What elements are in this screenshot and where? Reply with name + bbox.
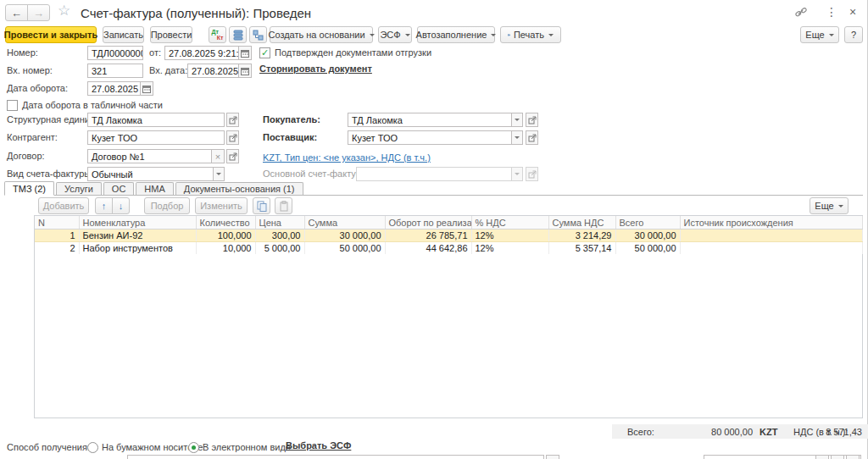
- table-row: 1 Бензин АИ-92 100,000 300,00 30 000,00 …: [35, 230, 862, 242]
- cell-amount[interactable]: 50 000,00: [304, 242, 385, 255]
- structural-unit-open-button[interactable]: [226, 113, 239, 127]
- tab-os[interactable]: ОС: [103, 182, 135, 195]
- grid-move-down-button[interactable]: ↓: [112, 197, 130, 214]
- confirmed-checkbox-label[interactable]: Подтвержден документами отгрузки: [275, 46, 431, 60]
- date-input[interactable]: 27.08.2025 9:21:21: [164, 46, 239, 60]
- save-button[interactable]: Записать: [103, 26, 144, 43]
- confirmed-checkbox[interactable]: ✓: [259, 47, 270, 58]
- close-icon[interactable]: ×: [849, 7, 856, 18]
- post-and-close-button[interactable]: Провести и закрыть: [5, 26, 97, 43]
- cell-vat-percent[interactable]: 12%: [471, 242, 548, 255]
- footer-field-button-partial[interactable]: [815, 455, 829, 459]
- back-button[interactable]: ←: [5, 4, 28, 21]
- cell-vat-percent[interactable]: 12%: [471, 230, 548, 242]
- help-button[interactable]: ?: [844, 26, 863, 43]
- form-more-button[interactable]: Еще: [800, 26, 839, 43]
- create-based-on-button[interactable]: Создать на основании: [270, 26, 373, 43]
- cell-n[interactable]: 1: [35, 230, 79, 242]
- price-settings-link[interactable]: KZT, Тип цен: <не указан>, НДС (в т.ч.): [263, 152, 431, 163]
- main-invoice-input[interactable]: [356, 167, 512, 181]
- footer-field-button2-partial[interactable]: [831, 455, 844, 459]
- tab-tmz[interactable]: ТМЗ (2): [4, 181, 54, 196]
- tab-strip: ТМЗ (2) Услуги ОС НМА Документы-основани…: [4, 181, 863, 196]
- esf-field-partial[interactable]: [127, 455, 544, 459]
- print-button[interactable]: Печать: [500, 26, 561, 43]
- cell-quantity[interactable]: 10,000: [196, 242, 255, 255]
- radio-electronic[interactable]: [188, 442, 199, 453]
- grid-pick-button[interactable]: Подбор: [144, 197, 190, 214]
- esf-field-button-partial[interactable]: [546, 455, 559, 459]
- printer-icon: [508, 30, 510, 40]
- buyer-input[interactable]: ТД Лакомка: [348, 113, 512, 127]
- radio-electronic-label[interactable]: В электронном виде: [203, 440, 291, 455]
- post-button[interactable]: Провести: [150, 26, 192, 43]
- incoming-date-calendar-button[interactable]: [238, 64, 252, 78]
- get-link-icon[interactable]: [795, 8, 807, 18]
- reverse-document-link[interactable]: Сторнировать документ: [259, 64, 372, 74]
- contract-input[interactable]: Договор №1: [87, 149, 212, 163]
- cell-nomenclature[interactable]: Бензин АИ-92: [79, 230, 196, 242]
- cell-price[interactable]: 300,00: [255, 230, 304, 242]
- cell-nomenclature[interactable]: Набор инструментов: [79, 242, 196, 255]
- accounting-entries-button[interactable]: Дт Кт: [209, 26, 226, 43]
- number-input[interactable]: ТДЛ00000001: [87, 46, 143, 60]
- turnover-date-calendar-button[interactable]: [140, 81, 153, 96]
- grid-paste-button[interactable]: [275, 197, 292, 214]
- favorite-star-icon[interactable]: ☆: [58, 5, 70, 16]
- structural-unit-input[interactable]: ТД Лакомка: [87, 113, 225, 127]
- document-structure-icon: [253, 30, 264, 41]
- cell-amount[interactable]: 30 000,00: [304, 230, 385, 242]
- main-invoice-dropdown-button[interactable]: [511, 167, 523, 181]
- invoice-kind-dropdown-button[interactable]: [213, 167, 225, 181]
- document-structure-button[interactable]: [249, 26, 267, 43]
- date-calendar-button[interactable]: [238, 46, 252, 60]
- footer-field-button3-partial[interactable]: [846, 455, 860, 459]
- grid-edit-button[interactable]: Изменить: [195, 197, 248, 214]
- cell-origin[interactable]: [680, 242, 862, 255]
- grid-add-button[interactable]: Добавить: [38, 197, 89, 214]
- cell-n[interactable]: 2: [35, 242, 79, 255]
- grid-move-up-button[interactable]: ↑: [95, 197, 113, 214]
- cell-price[interactable]: 5 000,00: [255, 242, 304, 255]
- tab-nma[interactable]: НМА: [136, 182, 173, 195]
- cell-vat-amount[interactable]: 5 357,14: [548, 242, 615, 255]
- counterparty-input[interactable]: Кузет ТОО: [87, 130, 225, 145]
- buyer-dropdown-button[interactable]: [511, 113, 523, 127]
- main-invoice-open-button[interactable]: [526, 167, 538, 181]
- cell-total[interactable]: 50 000,00: [615, 242, 680, 255]
- col-header-vat-amount: Сумма НДС: [548, 216, 615, 230]
- radio-paper[interactable]: [87, 442, 98, 453]
- supplier-open-button[interactable]: [526, 130, 538, 145]
- incoming-number-input[interactable]: 321: [87, 64, 143, 78]
- kebab-menu-icon[interactable]: ⋮: [826, 7, 837, 18]
- turnover-date-input[interactable]: 27.08.2025: [87, 81, 141, 96]
- tab-basis-documents[interactable]: Документы-основания (1): [175, 182, 303, 195]
- supplier-dropdown-button[interactable]: [511, 130, 523, 145]
- esf-button[interactable]: ЭСФ: [378, 26, 412, 43]
- cell-total[interactable]: 30 000,00: [615, 230, 680, 242]
- col-header-n: N: [35, 216, 79, 230]
- grid-copy-button[interactable]: [253, 197, 270, 214]
- autofill-button[interactable]: Автозаполнение: [417, 26, 495, 43]
- register-records-button[interactable]: [229, 26, 247, 43]
- invoice-kind-select[interactable]: Обычный: [87, 167, 214, 181]
- cell-origin[interactable]: [680, 230, 862, 242]
- turnover-in-table-checkbox[interactable]: [7, 100, 18, 111]
- supplier-input[interactable]: Кузет ТОО: [348, 130, 512, 145]
- cell-turnover[interactable]: 44 642,86: [385, 242, 471, 255]
- buyer-open-button[interactable]: [526, 113, 538, 127]
- counterparty-open-button[interactable]: [226, 130, 239, 145]
- cell-quantity[interactable]: 100,000: [196, 230, 255, 242]
- chevron-down-icon: [370, 34, 375, 39]
- contract-clear-button[interactable]: ×: [211, 149, 225, 163]
- cell-turnover[interactable]: 26 785,71: [385, 230, 471, 242]
- incoming-date-input[interactable]: 27.08.2025: [187, 64, 239, 78]
- grid-more-button[interactable]: Еще: [810, 197, 849, 214]
- choose-esf-link[interactable]: Выбрать ЭСФ: [286, 440, 351, 451]
- contract-open-button[interactable]: [226, 149, 239, 163]
- cell-vat-amount[interactable]: 3 214,29: [548, 230, 615, 242]
- forward-button[interactable]: →: [27, 4, 50, 21]
- turnover-in-table-label[interactable]: Дата оборота в табличной части: [22, 98, 163, 113]
- invoice-form-window: ← → ☆ Счет-фактура (полученный): Проведе…: [0, 0, 868, 459]
- tab-services[interactable]: Услуги: [56, 182, 102, 195]
